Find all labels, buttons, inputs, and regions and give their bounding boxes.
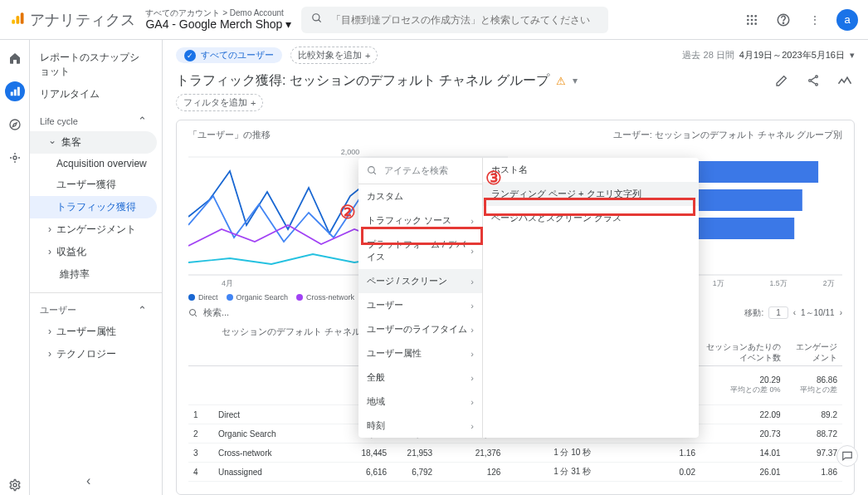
more-icon[interactable]: ⋮ [805,10,825,30]
svg-point-6 [751,15,753,17]
insights-icon[interactable] [835,71,855,91]
nav-snapshot[interactable]: レポートのスナップショット [30,47,157,83]
rail-ads-icon[interactable] [5,148,25,168]
svg-point-39 [368,167,375,174]
chevron-right-icon: › [471,373,474,383]
svg-rect-2 [21,12,24,24]
bar-chart-title: ユーザー: セッションのデフォルト チャネル グループ別 [613,129,842,141]
chevron-right-icon: › [471,277,474,287]
dropdown-category[interactable]: ユーザーのライフタイム› [358,317,482,341]
dropdown-search[interactable]: アイテムを検索 [358,158,482,184]
rail-explore-icon[interactable] [5,115,25,135]
line-chart-title: 「ユーザー」の推移 [188,129,271,141]
report-title: トラフィック獲得: セッションのデフォルト チャネル グループ [176,72,549,90]
add-filter-chip[interactable]: フィルタを追加 + [176,94,263,111]
svg-text:1万: 1万 [713,279,724,287]
logo-text: アナリティクス [30,10,135,30]
dropdown-category[interactable]: カスタム [358,184,482,208]
table-row[interactable]: 4Unassigned6,6166,7921261 分 31 秒0.0226.0… [188,463,842,482]
svg-text:4月: 4月 [222,279,233,287]
date-range-picker[interactable]: 過去 28 日間 4月19日～2023年5月16日 ▾ [682,49,855,61]
logo[interactable]: アナリティクス [10,10,135,30]
table-row[interactable]: 3Cross-network18,44521,95321,3761 分 10 秒… [188,444,842,463]
table-search[interactable]: 検索... [188,306,229,319]
search-input[interactable] [331,14,598,26]
dropdown-category[interactable]: 地域› [358,390,482,414]
svg-point-19 [10,120,20,130]
svg-line-40 [373,172,376,174]
nav-traffic-acq[interactable]: トラフィック獲得 [30,196,157,218]
rail-admin-icon[interactable] [5,475,25,495]
table-pager[interactable]: 移動: 1 ‹ 1～10/11 › [744,306,842,319]
property-picker[interactable]: すべてのアカウント > Demo Account GA4 - Google Me… [145,8,291,32]
dropdown-option[interactable]: ページパスとスクリーン クラス [483,206,699,230]
chevron-right-icon: › [471,421,474,431]
svg-point-37 [190,309,196,315]
svg-text:2,000: 2,000 [341,148,360,156]
chevron-right-icon: › [471,216,474,226]
dropdown-category[interactable]: トラフィック ソース› [358,208,482,233]
dropdown-category[interactable]: プラットフォーム / デバイス› [358,233,482,269]
dropdown-category[interactable]: 全般› [358,365,482,390]
svg-text:2万: 2万 [823,279,835,287]
dropdown-category[interactable]: ユーザー属性› [358,341,482,365]
rail-home-icon[interactable] [5,48,25,68]
svg-point-15 [783,22,783,23]
chevron-right-icon: › [471,397,474,407]
rail-reports-icon[interactable] [5,81,25,101]
nav-collapse-icon[interactable]: ‹ [86,473,90,488]
chevron-right-icon: › [840,308,842,317]
dropdown-category[interactable]: ユーザー› [358,293,482,317]
svg-point-10 [754,18,757,21]
nav-section-lifecycle[interactable]: Life cycle⌃ [30,110,157,131]
svg-point-7 [754,15,757,17]
svg-line-38 [195,314,197,316]
nav-monetization[interactable]: 収益化 [30,241,157,263]
nav-realtime[interactable]: リアルタイム [30,83,157,105]
svg-point-22 [816,76,818,78]
chevron-down-icon: ▾ [285,17,291,31]
avatar[interactable]: a [836,9,858,31]
apps-icon[interactable] [742,10,762,30]
chevron-up-icon: ⌃ [138,304,147,316]
help-icon[interactable] [773,10,793,30]
warning-icon[interactable]: ⚠ [556,75,566,87]
feedback-icon[interactable] [836,445,858,467]
nav-user-attr[interactable]: ユーザー属性 [30,321,157,343]
nav-user-acq[interactable]: ユーザー獲得 [30,174,157,196]
report-top: ✓すべてのユーザー 比較対象を追加 + 過去 28 日間 4月19日～2023年… [163,40,868,120]
segment-chip-all-users[interactable]: ✓すべてのユーザー [176,47,282,63]
svg-rect-18 [17,87,19,96]
svg-point-5 [747,15,749,17]
dimension-dropdown: アイテムを検索 カスタムトラフィック ソース›プラットフォーム / デバイス›ペ… [358,158,699,438]
nav-retention[interactable]: 維持率 [30,263,157,286]
svg-rect-1 [17,16,20,24]
share-icon[interactable] [803,71,823,91]
dropdown-category[interactable]: 時刻› [358,414,482,438]
edit-icon[interactable] [772,71,792,91]
search-box[interactable] [301,7,608,33]
nav-panel: レポートのスナップショット リアルタイム Life cycle⌃ 集客 Acqu… [30,40,163,495]
add-comparison-chip[interactable]: 比較対象を追加 + [290,47,378,64]
dropdown-category[interactable]: ページ / スクリーン› [358,269,482,293]
nav-technology[interactable]: テクノロジー [30,343,157,365]
plus-icon: + [251,98,256,108]
chevron-right-icon: › [471,349,474,359]
chevron-right-icon: › [471,246,474,256]
chevron-right-icon: › [471,301,474,311]
nav-section-user[interactable]: ユーザー⌃ [30,300,157,321]
nav-acq-overview[interactable]: Acquisition overview [30,154,157,174]
svg-point-24 [816,83,818,86]
left-rail [0,40,30,495]
nav-acquisition[interactable]: 集客 [30,131,157,154]
dropdown-option[interactable]: ランディング ページ + クエリ文字列 [483,182,699,206]
svg-text:1.5万: 1.5万 [769,279,787,287]
plus-icon: + [365,51,370,61]
svg-point-3 [313,14,319,21]
svg-point-21 [13,483,17,487]
svg-point-12 [751,22,753,25]
dropdown-option[interactable]: ホスト名 [483,158,699,182]
nav-engagement[interactable]: エンゲージメント [30,218,157,241]
svg-line-4 [319,20,321,22]
svg-point-11 [747,22,749,25]
